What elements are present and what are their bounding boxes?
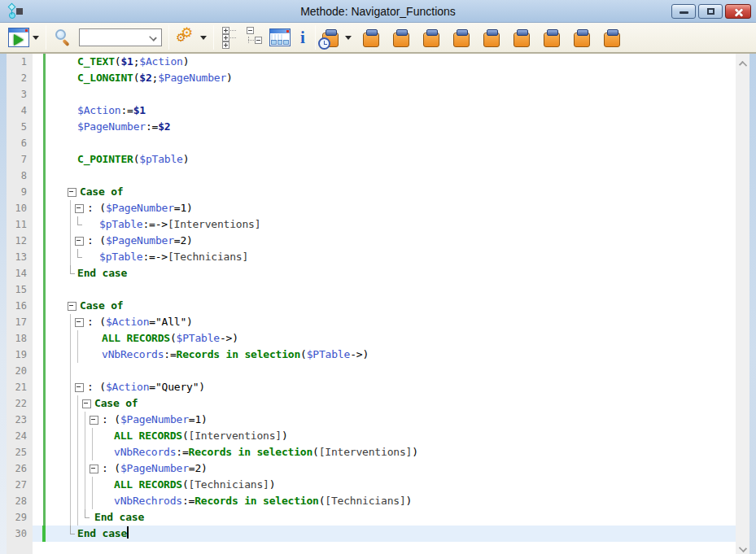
clipboard-2-button[interactable] [390,24,413,50]
code-line-23[interactable]: : ($PageNumber=1) [33,412,736,428]
fold-toggle-icon[interactable] [90,412,99,428]
line-number[interactable]: 21 [7,379,33,395]
restore-button[interactable] [698,4,723,19]
line-number[interactable]: 23 [7,412,33,428]
code-line-8[interactable] [33,168,736,184]
code-line-14[interactable]: End case [33,265,736,281]
code-line-19[interactable]: vNbRecords:=Records in selection($PTable… [33,347,736,363]
clipboard-7-button[interactable] [540,24,563,50]
code-line-7[interactable]: C_POINTER($pTable) [33,151,736,168]
code-line-28[interactable]: vNbRechrods:=Records in selection([Techn… [33,493,736,509]
code-line-22[interactable]: Case of [33,395,736,412]
code-line-20[interactable] [33,363,736,379]
line-number[interactable]: 12 [7,233,33,249]
fold-toggle-icon[interactable] [75,379,85,395]
fold-toggle-icon[interactable] [82,395,92,412]
vertical-scrollbar[interactable] [736,54,749,554]
line-number[interactable]: 10 [7,200,33,216]
code-line-21[interactable]: : ($Action="Query") [33,379,736,395]
line-number[interactable]: 1 [7,54,33,70]
code-line-10[interactable]: : ($PageNumber=1) [33,200,736,216]
clipboard-8-button[interactable] [570,24,593,50]
clipboard-3-button[interactable] [420,24,443,50]
line-number[interactable]: 20 [7,363,33,379]
line-number[interactable]: 30 [7,526,33,542]
line-number[interactable]: 15 [7,281,33,298]
line-number[interactable]: 14 [7,265,33,281]
title-bar[interactable]: Methode: Navigator_Functions [0,0,756,23]
scroll-up-icon[interactable] [739,60,746,68]
search-combobox[interactable] [79,28,162,46]
search-input[interactable] [81,30,145,45]
code-line-12[interactable]: : ($PageNumber=2) [33,233,736,249]
fold-toggle-icon[interactable] [75,200,85,216]
line-number[interactable]: 22 [7,395,33,412]
code-line-27[interactable]: ALL RECORDS([Technicians]) [33,477,736,493]
line-number[interactable]: 7 [7,151,33,168]
line-number[interactable]: 5 [7,119,33,135]
method-properties-button[interactable] [266,24,294,50]
code-line-16[interactable]: Case of [33,298,736,314]
code-line-26[interactable]: : ($PageNumber=2) [33,460,736,477]
clipboard-6-button[interactable] [510,24,533,50]
line-number[interactable]: 19 [7,347,33,363]
line-number[interactable]: 4 [7,103,33,119]
search-button[interactable] [50,24,76,50]
code-line-18[interactable]: ALL RECORDS($PTable->) [33,330,736,347]
clipboard-5-button[interactable] [480,24,503,50]
code-line-4[interactable]: $Action:=$1 [33,103,736,119]
code-line-5[interactable]: $PageNumber:=$2 [33,119,736,135]
fold-toggle-icon[interactable] [75,314,85,330]
fold-toggle-icon[interactable] [68,184,77,200]
code-line-9[interactable]: Case of [33,184,736,200]
line-number[interactable]: 3 [7,86,33,103]
line-number-gutter[interactable]: 1234567891011121314151617181920212223242… [7,54,33,554]
run-method-button[interactable] [5,24,42,50]
line-number[interactable]: 6 [7,135,33,151]
code-line-1[interactable]: C_TEXT($1;$Action) [33,54,736,70]
code-line-30[interactable]: End case [33,526,736,542]
information-button[interactable]: i [294,24,312,50]
line-number[interactable]: 16 [7,298,33,314]
line-number[interactable]: 8 [7,168,33,184]
code-line-13[interactable]: $pTable:=->[Technicians] [33,249,736,265]
line-number[interactable]: 11 [7,216,33,233]
code-line-2[interactable]: C_LONGINT($2;$PageNumber) [33,70,736,86]
macros-button[interactable]: ⚙ ⚙ [173,24,210,50]
line-number[interactable]: 27 [7,477,33,493]
expand-all-button[interactable] [217,24,242,50]
code-line-24[interactable]: ALL RECORDS([Interventions]) [33,428,736,444]
code-line-15[interactable] [33,281,736,298]
clipboard-history-button[interactable] [319,24,355,50]
fold-toggle-icon[interactable] [68,298,77,314]
clipboard-9-button[interactable] [601,24,623,50]
macros-dropdown-arrow[interactable] [200,36,207,40]
clipboard-1-button[interactable] [360,24,382,50]
line-number[interactable]: 29 [7,509,33,526]
close-button[interactable] [725,4,751,19]
line-number[interactable]: 26 [7,460,33,477]
line-number[interactable]: 2 [7,70,33,86]
line-number[interactable]: 18 [7,330,33,347]
code-line-3[interactable] [33,86,736,103]
code-editor[interactable]: C_TEXT($1;$Action)C_LONGINT($2;$PageNumb… [33,54,736,554]
fold-toggle-icon[interactable] [75,233,85,249]
chevron-down-icon[interactable] [150,34,156,41]
scroll-down-icon[interactable] [739,545,746,552]
line-number[interactable]: 13 [7,249,33,265]
code-line-6[interactable] [33,135,736,151]
code-line-29[interactable]: End case [33,509,736,526]
run-dropdown-arrow[interactable] [33,36,39,40]
line-number[interactable]: 24 [7,428,33,444]
line-number[interactable]: 28 [7,493,33,509]
line-number[interactable]: 17 [7,314,33,330]
clipboard-dropdown-arrow[interactable] [345,36,352,40]
code-line-25[interactable]: vNbRecords:=Records in selection([Interv… [33,444,736,460]
line-number[interactable]: 25 [7,444,33,460]
minimize-button[interactable] [671,4,696,19]
line-number[interactable]: 9 [7,184,33,200]
collapse-all-button[interactable] [242,24,266,50]
fold-toggle-icon[interactable] [90,460,99,477]
code-line-11[interactable]: $pTable:=->[Interventions] [33,216,736,233]
clipboard-4-button[interactable] [450,24,473,50]
